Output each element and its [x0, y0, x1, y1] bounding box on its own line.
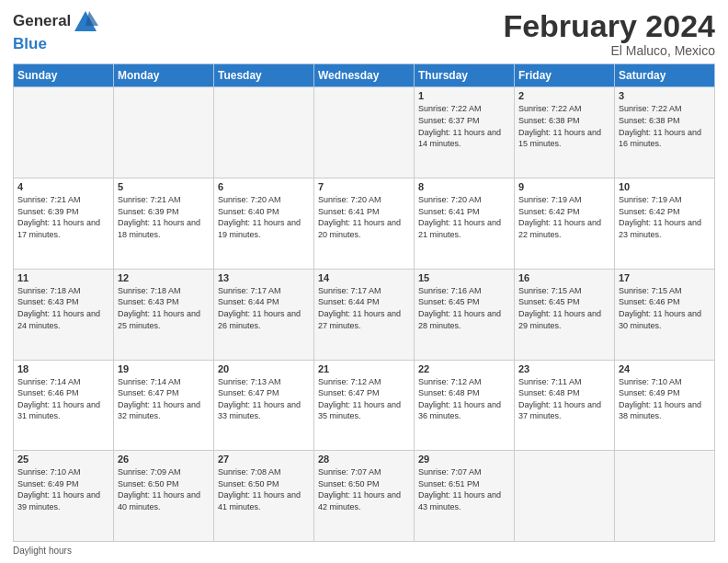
day-number: 14 — [318, 272, 410, 283]
day-info: Sunrise: 7:20 AMSunset: 6:40 PMDaylight:… — [218, 194, 310, 240]
table-row: 23Sunrise: 7:11 AMSunset: 6:48 PMDayligh… — [515, 360, 615, 451]
table-row: 16Sunrise: 7:15 AMSunset: 6:45 PMDayligh… — [515, 269, 615, 360]
day-number: 12 — [118, 272, 210, 283]
table-row: 1Sunrise: 7:22 AMSunset: 6:37 PMDaylight… — [415, 87, 515, 178]
table-row — [114, 87, 214, 178]
col-friday: Friday — [515, 64, 615, 87]
table-row: 22Sunrise: 7:12 AMSunset: 6:48 PMDayligh… — [415, 360, 515, 451]
calendar-week-row: 4Sunrise: 7:21 AMSunset: 6:39 PMDaylight… — [14, 178, 715, 270]
day-number: 7 — [318, 181, 410, 192]
day-info: Sunrise: 7:18 AMSunset: 6:43 PMDaylight:… — [17, 285, 109, 331]
day-number: 18 — [17, 363, 109, 374]
day-info: Sunrise: 7:19 AMSunset: 6:42 PMDaylight:… — [619, 194, 711, 240]
header: General Blue February 2024 El Maluco, Me… — [13, 9, 715, 58]
day-info: Sunrise: 7:12 AMSunset: 6:48 PMDaylight:… — [418, 376, 510, 422]
table-row: 13Sunrise: 7:17 AMSunset: 6:44 PMDayligh… — [214, 269, 314, 360]
table-row: 19Sunrise: 7:14 AMSunset: 6:47 PMDayligh… — [114, 360, 214, 451]
day-info: Sunrise: 7:14 AMSunset: 6:47 PMDaylight:… — [118, 376, 210, 422]
table-row: 29Sunrise: 7:07 AMSunset: 6:51 PMDayligh… — [415, 451, 515, 542]
title-block: February 2024 El Maluco, Mexico — [503, 9, 715, 58]
table-row: 10Sunrise: 7:19 AMSunset: 6:42 PMDayligh… — [615, 178, 715, 270]
logo-blue: Blue — [13, 35, 47, 52]
day-info: Sunrise: 7:19 AMSunset: 6:42 PMDaylight:… — [518, 194, 610, 240]
table-row — [214, 87, 314, 178]
day-info: Sunrise: 7:10 AMSunset: 6:49 PMDaylight:… — [17, 466, 109, 512]
day-info: Sunrise: 7:17 AMSunset: 6:44 PMDaylight:… — [218, 285, 310, 331]
calendar-table: Sunday Monday Tuesday Wednesday Thursday… — [13, 63, 715, 542]
col-tuesday: Tuesday — [214, 64, 314, 87]
col-monday: Monday — [114, 64, 214, 87]
svg-marker-1 — [85, 11, 98, 26]
logo-general: General — [13, 12, 71, 29]
day-info: Sunrise: 7:22 AMSunset: 6:38 PMDaylight:… — [619, 103, 711, 149]
table-row: 2Sunrise: 7:22 AMSunset: 6:38 PMDaylight… — [515, 87, 615, 178]
table-row — [615, 451, 715, 542]
table-row — [314, 87, 415, 178]
table-row: 3Sunrise: 7:22 AMSunset: 6:38 PMDaylight… — [615, 87, 715, 178]
table-row: 15Sunrise: 7:16 AMSunset: 6:45 PMDayligh… — [415, 269, 515, 360]
day-number: 19 — [118, 363, 210, 374]
day-number: 20 — [218, 363, 310, 374]
table-row: 25Sunrise: 7:10 AMSunset: 6:49 PMDayligh… — [14, 451, 114, 542]
col-sunday: Sunday — [14, 64, 114, 87]
table-row: 18Sunrise: 7:14 AMSunset: 6:46 PMDayligh… — [14, 360, 114, 451]
table-row — [14, 87, 114, 178]
day-info: Sunrise: 7:20 AMSunset: 6:41 PMDaylight:… — [418, 194, 510, 240]
table-row: 9Sunrise: 7:19 AMSunset: 6:42 PMDaylight… — [515, 178, 615, 270]
calendar-week-row: 18Sunrise: 7:14 AMSunset: 6:46 PMDayligh… — [14, 360, 715, 451]
day-number: 23 — [518, 363, 610, 374]
logo-text: General Blue — [13, 9, 98, 53]
day-number: 2 — [518, 90, 610, 101]
day-number: 26 — [118, 454, 210, 465]
day-info: Sunrise: 7:16 AMSunset: 6:45 PMDaylight:… — [418, 285, 510, 331]
day-number: 10 — [619, 181, 711, 192]
table-row: 5Sunrise: 7:21 AMSunset: 6:39 PMDaylight… — [114, 178, 214, 270]
day-number: 28 — [318, 454, 410, 465]
table-row: 21Sunrise: 7:12 AMSunset: 6:47 PMDayligh… — [314, 360, 415, 451]
table-row — [515, 451, 615, 542]
calendar-week-row: 11Sunrise: 7:18 AMSunset: 6:43 PMDayligh… — [14, 269, 715, 360]
table-row: 20Sunrise: 7:13 AMSunset: 6:47 PMDayligh… — [214, 360, 314, 451]
day-info: Sunrise: 7:11 AMSunset: 6:48 PMDaylight:… — [518, 376, 610, 422]
table-row: 11Sunrise: 7:18 AMSunset: 6:43 PMDayligh… — [14, 269, 114, 360]
day-info: Sunrise: 7:07 AMSunset: 6:50 PMDaylight:… — [318, 466, 410, 512]
calendar-week-row: 25Sunrise: 7:10 AMSunset: 6:49 PMDayligh… — [14, 451, 715, 542]
col-thursday: Thursday — [415, 64, 515, 87]
location: El Maluco, Mexico — [503, 43, 715, 58]
day-info: Sunrise: 7:21 AMSunset: 6:39 PMDaylight:… — [17, 194, 109, 240]
footer-note: Daylight hours — [13, 546, 715, 556]
day-info: Sunrise: 7:20 AMSunset: 6:41 PMDaylight:… — [318, 194, 410, 240]
table-row: 14Sunrise: 7:17 AMSunset: 6:44 PMDayligh… — [314, 269, 415, 360]
table-row: 8Sunrise: 7:20 AMSunset: 6:41 PMDaylight… — [415, 178, 515, 270]
table-row: 28Sunrise: 7:07 AMSunset: 6:50 PMDayligh… — [314, 451, 415, 542]
day-number: 21 — [318, 363, 410, 374]
day-info: Sunrise: 7:10 AMSunset: 6:49 PMDaylight:… — [619, 376, 711, 422]
calendar-header-row: Sunday Monday Tuesday Wednesday Thursday… — [14, 64, 715, 87]
day-number: 4 — [17, 181, 109, 192]
day-number: 29 — [418, 454, 510, 465]
table-row: 7Sunrise: 7:20 AMSunset: 6:41 PMDaylight… — [314, 178, 415, 270]
day-number: 27 — [218, 454, 310, 465]
day-number: 16 — [518, 272, 610, 283]
table-row: 26Sunrise: 7:09 AMSunset: 6:50 PMDayligh… — [114, 451, 214, 542]
day-info: Sunrise: 7:15 AMSunset: 6:46 PMDaylight:… — [619, 285, 711, 331]
day-number: 17 — [619, 272, 711, 283]
day-info: Sunrise: 7:07 AMSunset: 6:51 PMDaylight:… — [418, 466, 510, 512]
day-info: Sunrise: 7:09 AMSunset: 6:50 PMDaylight:… — [118, 466, 210, 512]
day-number: 1 — [418, 90, 510, 101]
col-saturday: Saturday — [615, 64, 715, 87]
calendar-week-row: 1Sunrise: 7:22 AMSunset: 6:37 PMDaylight… — [14, 87, 715, 178]
day-number: 22 — [418, 363, 510, 374]
day-info: Sunrise: 7:13 AMSunset: 6:47 PMDaylight:… — [218, 376, 310, 422]
month-title: February 2024 — [503, 9, 715, 43]
day-number: 5 — [118, 181, 210, 192]
table-row: 24Sunrise: 7:10 AMSunset: 6:49 PMDayligh… — [615, 360, 715, 451]
day-info: Sunrise: 7:12 AMSunset: 6:47 PMDaylight:… — [318, 376, 410, 422]
page: General Blue February 2024 El Maluco, Me… — [0, 0, 728, 563]
table-row: 27Sunrise: 7:08 AMSunset: 6:50 PMDayligh… — [214, 451, 314, 542]
day-number: 25 — [17, 454, 109, 465]
day-info: Sunrise: 7:18 AMSunset: 6:43 PMDaylight:… — [118, 285, 210, 331]
day-info: Sunrise: 7:08 AMSunset: 6:50 PMDaylight:… — [218, 466, 310, 512]
day-number: 24 — [619, 363, 711, 374]
day-number: 8 — [418, 181, 510, 192]
